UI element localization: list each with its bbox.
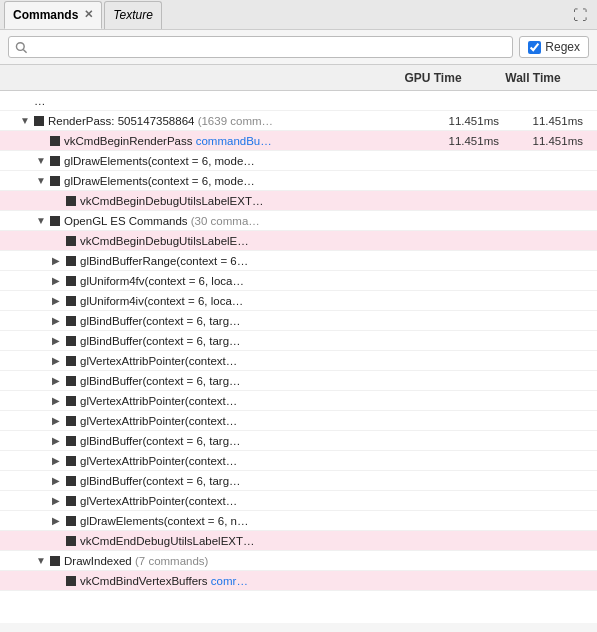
row-label: vkCmdBeginDebugUtilsLabelE… [80, 235, 249, 247]
tab-commands-label: Commands [13, 8, 78, 22]
expand-icon[interactable]: ▶ [52, 275, 66, 286]
tab-texture[interactable]: Texture [104, 1, 162, 29]
col-wall-header: Wall Time [483, 71, 583, 85]
wall-time: 11.451ms [507, 135, 597, 147]
row-label: vkCmdBeginDebugUtilsLabelEXT… [80, 195, 263, 207]
expand-icon[interactable]: ▼ [36, 175, 50, 186]
table-row[interactable]: vkCmdBeginRenderPass commandBu…11.451ms1… [0, 131, 597, 151]
row-label: glVertexAttribPointer(context… [80, 415, 237, 427]
search-input[interactable] [32, 40, 507, 54]
expand-icon[interactable]: ▼ [36, 215, 50, 226]
table-row[interactable]: … [0, 91, 597, 111]
table-row[interactable]: ▶glUniform4iv(context = 6, loca… [0, 291, 597, 311]
row-icon [66, 276, 76, 286]
table-row[interactable]: ▼OpenGL ES Commands (30 comma… [0, 211, 597, 231]
expand-icon[interactable]: ▶ [52, 395, 66, 406]
close-commands-tab[interactable]: ✕ [84, 8, 93, 21]
expand-icon[interactable]: ▼ [20, 115, 34, 126]
expand-icon[interactable]: ▶ [52, 355, 66, 366]
row-icon [50, 176, 60, 186]
row-icon [66, 316, 76, 326]
tab-commands[interactable]: Commands ✕ [4, 1, 102, 29]
row-label: glDrawElements(context = 6, mode… [64, 175, 255, 187]
table-row[interactable]: ▶glBindBuffer(context = 6, targ… [0, 331, 597, 351]
table-row[interactable]: ▶glBindBuffer(context = 6, targ… [0, 311, 597, 331]
row-label: glBindBuffer(context = 6, targ… [80, 435, 241, 447]
tab-bar: Commands ✕ Texture ⛶ [0, 0, 597, 30]
row-label: glDrawElements(context = 6, n… [80, 515, 248, 527]
row-icon [66, 336, 76, 346]
row-label: glVertexAttribPointer(context… [80, 395, 237, 407]
row-icon [66, 576, 76, 586]
row-label: glBindBuffer(context = 6, targ… [80, 475, 241, 487]
table-row[interactable]: ▶glVertexAttribPointer(context… [0, 451, 597, 471]
row-icon [66, 296, 76, 306]
table-row[interactable]: vkCmdEndDebugUtilsLabelEXT… [0, 531, 597, 551]
row-icon [66, 536, 76, 546]
gpu-time: 11.451ms [407, 135, 507, 147]
expand-icon[interactable]: ▶ [52, 335, 66, 346]
expand-icon[interactable]: ▶ [52, 475, 66, 486]
expand-icon[interactable]: ▼ [36, 555, 50, 566]
table-row[interactable]: ▶glVertexAttribPointer(context… [0, 391, 597, 411]
expand-icon[interactable]: ▶ [52, 255, 66, 266]
expand-icon[interactable]: ▶ [52, 435, 66, 446]
table-row[interactable]: ▶glBindBuffer(context = 6, targ… [0, 371, 597, 391]
expand-icon[interactable]: ▶ [52, 495, 66, 506]
expand-icon[interactable]: ▶ [52, 375, 66, 386]
table-row[interactable]: ▶glBindBuffer(context = 6, targ… [0, 431, 597, 451]
table-row[interactable]: ▶glVertexAttribPointer(context… [0, 411, 597, 431]
table-row[interactable]: ▶glBindBufferRange(context = 6… [0, 251, 597, 271]
table-row[interactable]: ▶glVertexAttribPointer(context… [0, 351, 597, 371]
table-row[interactable]: vkCmdBeginDebugUtilsLabelE… [0, 231, 597, 251]
expand-icon[interactable]: ▶ [52, 455, 66, 466]
row-label: glBindBufferRange(context = 6… [80, 255, 248, 267]
row-label: vkCmdBindVertexBuffers comr… [80, 575, 248, 587]
column-headers: GPU Time Wall Time [0, 65, 597, 91]
expand-icon[interactable]: ▶ [52, 515, 66, 526]
row-label: RenderPass: 505147358864 (1639 comm… [48, 115, 273, 127]
row-label: glUniform4fv(context = 6, loca… [80, 275, 244, 287]
row-icon [66, 496, 76, 506]
regex-button[interactable]: Regex [519, 36, 589, 58]
row-icon [50, 556, 60, 566]
expand-icon[interactable]: ▼ [36, 155, 50, 166]
row-label: glBindBuffer(context = 6, targ… [80, 315, 241, 327]
row-label: glUniform4iv(context = 6, loca… [80, 295, 243, 307]
search-input-wrap[interactable] [8, 36, 513, 58]
table-row[interactable]: ▶glUniform4fv(context = 6, loca… [0, 271, 597, 291]
row-icon [66, 456, 76, 466]
table-row[interactable]: ▼RenderPass: 505147358864 (1639 comm…11.… [0, 111, 597, 131]
table-row[interactable]: ▼glDrawElements(context = 6, mode… [0, 171, 597, 191]
table-row[interactable]: ▼glDrawElements(context = 6, mode… [0, 151, 597, 171]
table-row[interactable]: vkCmdBindVertexBuffers comr… [0, 571, 597, 591]
expand-icon[interactable]: ▶ [52, 315, 66, 326]
regex-label: Regex [545, 40, 580, 54]
table-row[interactable]: vkCmdBeginDebugUtilsLabelEXT… [0, 191, 597, 211]
row-icon [66, 376, 76, 386]
row-label: DrawIndexed (7 commands) [64, 555, 208, 567]
expand-icon[interactable]: ▶ [52, 295, 66, 306]
tab-texture-label: Texture [113, 8, 153, 22]
row-icon [50, 216, 60, 226]
tree-container[interactable]: …▼RenderPass: 505147358864 (1639 comm…11… [0, 91, 597, 623]
table-row[interactable]: ▶glVertexAttribPointer(context… [0, 491, 597, 511]
table-row[interactable]: ▶glDrawElements(context = 6, n… [0, 511, 597, 531]
expand-icon[interactable]: ▶ [52, 415, 66, 426]
search-icon [15, 41, 28, 54]
row-label: glVertexAttribPointer(context… [80, 355, 237, 367]
regex-checkbox[interactable] [528, 41, 541, 54]
table-row[interactable]: ▶glBindBuffer(context = 6, targ… [0, 471, 597, 491]
row-icon [66, 196, 76, 206]
row-label: vkCmdBeginRenderPass commandBu… [64, 135, 272, 147]
row-label: glDrawElements(context = 6, mode… [64, 155, 255, 167]
table-row[interactable]: ▼DrawIndexed (7 commands) [0, 551, 597, 571]
main-container: Commands ✕ Texture ⛶ Regex GPU Time Wall… [0, 0, 597, 623]
maximize-button[interactable]: ⛶ [567, 7, 593, 23]
gpu-time: 11.451ms [407, 115, 507, 127]
row-icon [50, 136, 60, 146]
row-icon [66, 416, 76, 426]
wall-time: 11.451ms [507, 115, 597, 127]
svg-line-1 [23, 49, 26, 52]
row-icon [50, 156, 60, 166]
